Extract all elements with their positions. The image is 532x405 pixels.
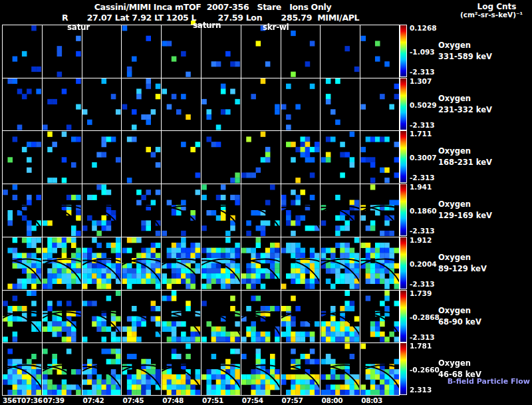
species-name: Oxygen	[438, 306, 471, 315]
colorbar-max-value: 1.307	[410, 77, 432, 85]
time-tick-label: 07:54	[242, 396, 263, 404]
colorbar	[400, 290, 407, 342]
energy-band: 68-90 keV	[438, 317, 481, 327]
colorbar-mid-value: -0.2660	[410, 366, 440, 374]
event-label-saturn-2: saturn	[193, 21, 221, 30]
colorbar-mid-value: -0.2868	[410, 313, 440, 321]
colorbar-row: 1.941 0.1860 -2.313 Oxygen 129-169 keV	[400, 184, 532, 237]
row-species-label: Oxygen 231-332 keV	[438, 93, 492, 116]
colorbar-row: 1.711 0.3007 -2.313 Oxygen 168-231 keV	[400, 130, 532, 184]
colorbar-row: 1.781 -0.2660 2.313 Oxygen 46-68 keV	[400, 342, 532, 396]
colorbar-min-value: -2.313	[410, 333, 435, 341]
time-tick-label: 07:48	[162, 396, 184, 404]
colorbar-mid-value: 0.5029	[410, 101, 437, 109]
time-tick-label: 07:45	[122, 396, 144, 404]
time-tick-label: 08:00	[321, 396, 342, 404]
colorbar-min-value: 2.313	[410, 386, 432, 394]
colorbar-row: 1.307 0.5029 -2.313 Oxygen 231-332 keV	[400, 78, 532, 131]
colorbar	[400, 78, 407, 130]
event-label-skr-wl: skr-wl	[263, 23, 289, 32]
event-label-saturn-1: satur	[67, 23, 90, 32]
time-tick-label: 08:03	[361, 396, 382, 404]
colorbar-min-value: -2.313	[410, 121, 435, 129]
row-species-label: Oxygen 129-169 keV	[438, 199, 492, 221]
energy-band: 231-332 keV	[438, 105, 492, 114]
colorbar-row: 1.739 -0.2868 -2.313 Oxygen 68-90 keV	[400, 290, 532, 343]
colorbar-max-value: 1.739	[410, 289, 432, 297]
colorbar-max-value: 0.1268	[410, 24, 437, 32]
colorbar-min-value: -2.313	[410, 227, 435, 235]
time-tick-label: 07:51	[202, 396, 223, 404]
colorbar-max-value: 1.711	[410, 130, 432, 138]
species-name: Oxygen	[438, 94, 471, 103]
bfield-particle-flow-label: B-field Particle Flow	[399, 377, 530, 386]
colorbar-max-value: 1.941	[410, 183, 432, 191]
colorbar	[400, 237, 407, 289]
row-species-label: Oxygen 331-589 keV	[438, 40, 492, 63]
energy-band: 129-169 keV	[438, 211, 492, 220]
colorbar-units-title: Log Cnts	[462, 2, 532, 11]
colorbar-min-value: -2.313	[410, 174, 435, 182]
energy-band: 89-129 keV	[438, 264, 487, 273]
row-species-label: Oxygen 168-231 keV	[438, 146, 492, 168]
energy-band: 331-589 keV	[438, 52, 492, 61]
species-name: Oxygen	[438, 146, 471, 156]
colorbar	[400, 342, 407, 395]
colorbar-mid-value: 0.2004	[410, 260, 437, 268]
row-species-label: Oxygen 68-90 keV	[438, 305, 481, 328]
species-name: Oxygen	[438, 253, 471, 262]
time-tick-label: 07:57	[282, 396, 303, 404]
page-title: Cassini/MIMI Inca mTOF 2007-356 Stare Io…	[0, 2, 426, 12]
colorbar-max-value: 1.781	[410, 342, 432, 350]
colorbar	[400, 130, 407, 183]
time-tick-label: 356T07:36	[3, 396, 43, 404]
colorbar-mid-value: -1.093	[410, 48, 435, 56]
time-tick-label: 07:42	[83, 396, 104, 404]
row-species-label: Oxygen 89-129 keV	[438, 252, 487, 275]
species-name: Oxygen	[438, 41, 471, 50]
colorbar-min-value: -2.313	[410, 280, 435, 288]
colorbar-row: 1.912 0.2004 -2.313 Oxygen 89-129 keV	[400, 237, 532, 290]
colorbar-mid-value: 0.3007	[410, 154, 437, 162]
colorbar-units-formula: (cm²-sr-s-keV)⁻¹	[451, 11, 532, 19]
energy-band: 168-231 keV	[438, 158, 492, 167]
species-name: Oxygen	[438, 358, 471, 368]
time-tick-label: 07:39	[43, 396, 65, 404]
instrument-display: Cassini/MIMI Inca mTOF 2007-356 Stare Io…	[0, 0, 532, 405]
colorbar-row: 0.1268 -1.093 -2.313 Oxygen 331-589 keV	[400, 25, 532, 78]
colorbar-max-value: 1.912	[410, 236, 432, 244]
spectrogram-grid	[2, 25, 400, 396]
colorbar-min-value: -2.313	[410, 68, 435, 76]
colorbar-mid-value: 0.1860	[410, 207, 437, 215]
colorbar	[400, 25, 407, 77]
colorbar	[400, 184, 407, 236]
species-name: Oxygen	[438, 200, 471, 209]
